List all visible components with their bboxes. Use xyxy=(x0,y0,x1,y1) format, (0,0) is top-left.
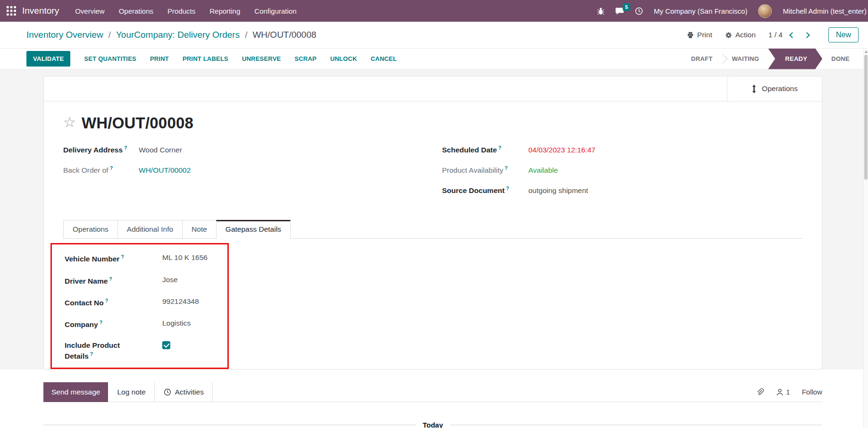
menu-overview[interactable]: Overview xyxy=(75,7,105,15)
field-company: Company? Logistics xyxy=(65,319,223,330)
divider xyxy=(154,382,155,402)
tab-note[interactable]: Note xyxy=(182,220,217,238)
tab-gatepass-details[interactable]: Gatepass Details xyxy=(216,220,291,239)
scrap-button[interactable]: SCRAP xyxy=(294,55,317,62)
field-label: Back Order of? xyxy=(63,165,139,175)
breadcrumb-delivery-orders[interactable]: YourCompany: Delivery Orders xyxy=(116,30,240,40)
help-icon: ? xyxy=(124,145,127,151)
company-value[interactable]: Logistics xyxy=(162,319,191,327)
company-switcher[interactable]: My Company (San Francisco) xyxy=(654,7,747,15)
tab-operations[interactable]: Operations xyxy=(63,220,118,238)
unreserve-button[interactable]: UNRESERVE xyxy=(242,55,281,62)
help-icon: ? xyxy=(506,185,509,191)
help-icon: ? xyxy=(105,298,108,303)
breadcrumb-inventory-overview[interactable]: Inventory Overview xyxy=(26,30,103,40)
help-icon: ? xyxy=(498,145,501,151)
field-label: Driver Name? xyxy=(65,276,162,286)
field-contact-no: Contact No? 992124348 xyxy=(65,297,223,308)
main-menu: Overview Operations Products Reporting C… xyxy=(75,7,296,15)
send-message-button[interactable]: Send message xyxy=(43,382,108,402)
breadcrumb-separator: / xyxy=(103,30,116,40)
favorite-star-icon[interactable]: ☆ xyxy=(63,115,76,129)
followers-button[interactable]: 1 xyxy=(776,388,790,396)
scrollbar-thumb[interactable] xyxy=(864,55,868,180)
validate-button[interactable]: VALIDATE xyxy=(26,51,70,67)
stage-waiting[interactable]: WAITING xyxy=(724,49,768,69)
bug-icon[interactable] xyxy=(597,7,604,15)
notebook-tabs: Operations Additional Info Note Gatepass… xyxy=(63,220,802,239)
menu-reporting[interactable]: Reporting xyxy=(209,7,240,15)
field-label: Delivery Address? xyxy=(63,145,139,154)
app-name[interactable]: Inventory xyxy=(22,6,59,16)
gear-icon xyxy=(725,32,732,39)
paperclip-icon[interactable] xyxy=(756,388,764,396)
content-area: Operations ☆ WH/OUT/00008 Delivery Addre… xyxy=(0,69,868,369)
field-label: Company? xyxy=(65,319,162,330)
pager-value[interactable]: 1 / 4 xyxy=(768,31,783,39)
menu-operations[interactable]: Operations xyxy=(119,7,153,15)
scheduled-date-value[interactable]: 04/03/2023 12:16:47 xyxy=(528,146,595,154)
cancel-button[interactable]: CANCEL xyxy=(371,55,397,62)
vehicle-number-value[interactable]: ML 10 K 1656 xyxy=(162,253,208,262)
menu-configuration[interactable]: Configuration xyxy=(254,7,296,15)
field-back-order-of: Back Order of? WH/OUT/00002 xyxy=(63,165,442,175)
field-driver-name: Driver Name? Jose xyxy=(65,276,223,286)
date-divider-label: Today xyxy=(416,421,450,428)
operations-stat-button[interactable]: Operations xyxy=(727,76,822,101)
stage-ready-active[interactable]: READY xyxy=(768,49,822,69)
print-button[interactable]: PRINT xyxy=(150,55,169,62)
pager: 1 / 4 xyxy=(768,31,812,39)
vertical-scrollbar[interactable] xyxy=(863,49,868,428)
follower-count: 1 xyxy=(786,388,790,396)
pager-next-icon[interactable] xyxy=(804,32,810,38)
pager-previous-icon[interactable] xyxy=(789,32,795,38)
print-labels-button[interactable]: PRINT LABELS xyxy=(183,55,228,62)
help-icon: ? xyxy=(109,276,112,282)
product-availability-value: Available xyxy=(528,166,558,175)
stage-done[interactable]: DONE xyxy=(823,49,858,69)
field-label: Product Availability? xyxy=(442,165,528,175)
help-icon: ? xyxy=(505,165,508,171)
updown-arrow-icon xyxy=(751,84,757,93)
control-panel: Inventory Overview / YourCompany: Delive… xyxy=(0,22,868,49)
action-menu[interactable]: Action xyxy=(725,31,756,39)
form-sheet: Operations ☆ WH/OUT/00008 Delivery Addre… xyxy=(43,76,822,369)
avatar[interactable] xyxy=(758,4,772,18)
field-vehicle-number: Vehicle Number? ML 10 K 1656 xyxy=(65,253,223,264)
help-icon: ? xyxy=(90,351,93,357)
scrollbar-up-arrow[interactable] xyxy=(865,50,868,53)
printer-icon xyxy=(687,32,694,39)
field-include-product-details: Include Product Details? xyxy=(65,341,223,361)
delivery-address-value[interactable]: Wood Corner xyxy=(139,146,182,154)
field-source-document: Source Document? outgoing shipment xyxy=(442,185,802,195)
log-note-button[interactable]: Log note xyxy=(108,382,154,402)
new-button[interactable]: New xyxy=(828,27,859,42)
driver-name-value[interactable]: Jose xyxy=(162,276,178,284)
apps-grid-icon[interactable] xyxy=(7,6,16,16)
follow-button[interactable]: Follow xyxy=(802,388,822,396)
unlock-button[interactable]: UNLOCK xyxy=(330,55,357,62)
set-quantities-button[interactable]: SET QUANTITIES xyxy=(84,55,136,62)
print-menu[interactable]: Print xyxy=(687,31,712,39)
message-count-badge[interactable]: 5 xyxy=(623,3,630,11)
messages-icon[interactable]: 5 xyxy=(615,7,624,15)
user-menu[interactable]: Mitchell Admin (test_enter) xyxy=(783,7,867,15)
activities-clock-icon[interactable] xyxy=(635,7,643,15)
include-product-details-checkbox[interactable] xyxy=(162,341,170,349)
field-label: Source Document? xyxy=(442,185,528,195)
user-icon xyxy=(776,388,784,396)
back-order-link[interactable]: WH/OUT/00002 xyxy=(139,166,191,175)
contact-no-value[interactable]: 992124348 xyxy=(162,297,199,306)
gatepass-highlight-box: Vehicle Number? ML 10 K 1656 Driver Name… xyxy=(50,243,229,369)
stage-draft[interactable]: DRAFT xyxy=(683,49,721,69)
help-icon: ? xyxy=(110,165,113,171)
field-delivery-address: Delivery Address? Wood Corner xyxy=(63,145,442,154)
source-document-value[interactable]: outgoing shipment xyxy=(528,186,588,195)
menu-products[interactable]: Products xyxy=(167,7,195,15)
tab-additional-info[interactable]: Additional Info xyxy=(117,220,183,238)
field-label: Include Product Details? xyxy=(65,341,162,361)
activities-button[interactable]: Activities xyxy=(155,382,212,402)
breadcrumb: Inventory Overview / YourCompany: Delive… xyxy=(26,30,317,40)
form-statusbar: VALIDATE SET QUANTITIES PRINT PRINT LABE… xyxy=(0,49,868,69)
field-product-availability: Product Availability? Available xyxy=(442,165,802,175)
